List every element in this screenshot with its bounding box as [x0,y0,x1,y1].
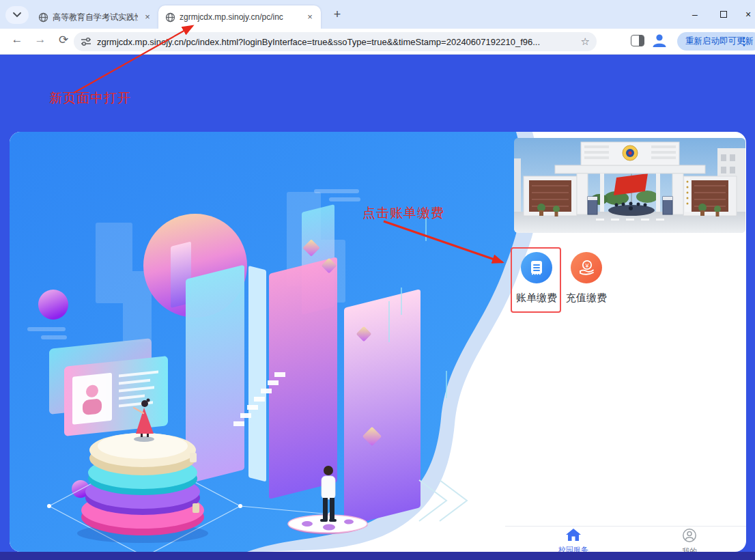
nav-campus-services-label: 校园服务 [546,545,601,552]
window-close-button[interactable]: × [735,0,755,29]
bookmark-star-icon[interactable]: ☆ [581,36,590,48]
tab-strip: 高等教育自学考试实践性环节虚 × zgrmjcdx.mp.sinojy.cn/p… [0,0,755,29]
window-maximize-button[interactable] [710,0,737,29]
nav-mine-label: 我的 [662,546,717,552]
tab-exam-portal[interactable]: 高等教育自学考试实践性环节虚 × [31,5,158,29]
svg-text:¥: ¥ [584,262,589,269]
forward-button[interactable]: → [31,33,49,46]
bottom-nav-divider [505,526,746,527]
bottom-strip [0,552,755,560]
annotation-highlight-rect [511,247,561,313]
reload-button[interactable]: ⟳ [55,33,72,47]
globe-favicon [165,12,175,23]
recharge-payment-button[interactable]: ¥ 充值缴费 [565,252,608,305]
maximize-icon [720,11,727,18]
back-button[interactable]: ← [8,33,26,46]
recharge-payment-label: 充值缴费 [565,292,608,305]
tab-title: zgrmjcdx.mp.sinojy.cn/pc/inc [180,12,300,22]
browser-menu-icon[interactable]: ⋮ [739,32,750,51]
annotation-click-bill: 点击账单缴费 [362,204,444,222]
tab-title: 高等教育自学考试实践性环节虚 [53,12,138,23]
home-icon [566,528,581,542]
recharge-icon: ¥ [571,252,602,283]
annotation-open-new-page: 新页面中打开 [49,89,131,107]
site-settings-icon[interactable] [81,37,91,46]
globe-favicon [38,12,48,23]
profile-avatar[interactable] [651,32,668,48]
address-bar[interactable]: zgrmjcdx.mp.sinojy.cn/pc/index.html?logi… [74,32,597,51]
profile-icon [682,528,697,543]
url-text[interactable]: zgrmjcdx.mp.sinojy.cn/pc/index.html?logi… [97,37,577,47]
tab-search-button[interactable] [5,6,29,24]
chevron-down-icon [13,12,21,18]
tab-close-icon[interactable]: × [304,12,315,23]
nav-campus-services[interactable]: 校园服务 [546,528,601,552]
tab-payment-portal[interactable]: zgrmjcdx.mp.sinojy.cn/pc/inc × [158,5,321,29]
side-panel-icon[interactable] [631,35,644,46]
new-tab-button[interactable]: + [329,7,345,23]
browser-window: { "browser": { "tabs": [ { "title": "高等教… [0,0,755,560]
tab-close-icon[interactable]: × [142,12,153,23]
nav-mine[interactable]: 我的 [662,528,717,552]
portal-card: 账单缴费 ¥ 充值缴费 校园服务 我的 [10,132,746,552]
campus-gate-photo [514,138,745,233]
window-minimize-button[interactable]: – [681,0,709,29]
